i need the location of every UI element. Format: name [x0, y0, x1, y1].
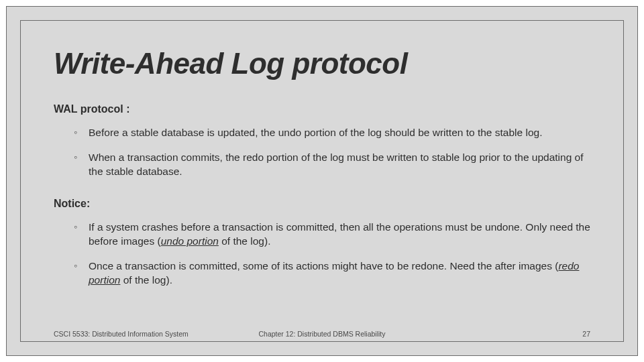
notice-item2-pre: Once a transaction is committed, some of…	[89, 260, 558, 272]
slide-footer: CSCI 5533: Distributed Information Syste…	[54, 330, 590, 338]
section-notice-label: Notice:	[54, 198, 590, 210]
footer-page-number: 27	[582, 330, 590, 338]
list-item: When a transaction commits, the redo por…	[74, 151, 590, 179]
section-wal-label: WAL protocol :	[54, 103, 590, 115]
list-item: If a system crashes before a transaction…	[74, 221, 590, 249]
footer-left: CSCI 5533: Distributed Information Syste…	[54, 330, 189, 338]
section-wal-label-suffix: :	[123, 103, 130, 115]
notice-bullet-list: If a system crashes before a transaction…	[74, 221, 590, 288]
footer-center: Chapter 12: Distributed DBMS Reliability	[258, 330, 385, 338]
wal-bullet-list: Before a stable database is updated, the…	[74, 126, 590, 179]
list-item: Once a transaction is committed, some of…	[74, 259, 590, 288]
section-wal-label-bold: WAL protocol	[54, 103, 123, 115]
slide-title: Write-Ahead Log protocol	[54, 47, 590, 80]
notice-item2-post: of the log).	[120, 274, 172, 286]
notice-item1-emph: undo portion	[161, 235, 219, 247]
notice-item1-post: of the log).	[219, 235, 271, 247]
slide: Write-Ahead Log protocol WAL protocol : …	[0, 0, 644, 362]
list-item: Before a stable database is updated, the…	[74, 126, 590, 140]
